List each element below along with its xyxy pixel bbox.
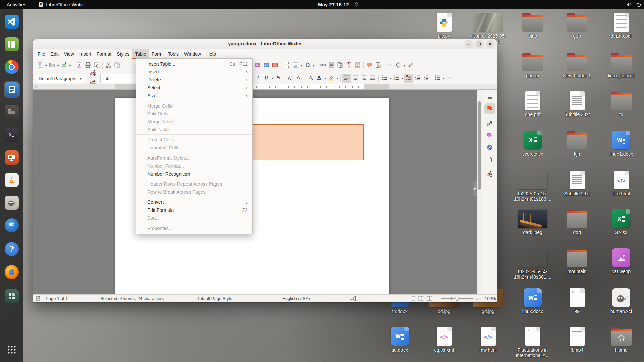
desktop-icon-sq-docx[interactable]: Wsq.docx: [380, 326, 420, 353]
desktop-icon-gub[interactable]: gub: [557, 12, 597, 39]
insert-footnote-button[interactable]: [327, 61, 336, 70]
menu-item-number-recognition[interactable]: Number Recognition: [136, 170, 252, 178]
insert-field-dropdown[interactable]: ▾: [300, 64, 303, 67]
align-right-button[interactable]: [360, 74, 368, 83]
sidebar-tab-style-inspector[interactable]: A: [484, 170, 495, 180]
desktop-icon-subtitle-3-txt[interactable]: Subtitle 3.txt: [557, 90, 597, 117]
basic-shapes-button[interactable]: [394, 61, 403, 70]
menubar-item-edit[interactable]: Edit: [48, 49, 61, 59]
desktop-icon-fluctuations-in[interactable]: Fluctuations inInternational A...: [513, 326, 553, 358]
close-button[interactable]: [486, 40, 494, 48]
dock-item-chrome[interactable]: [4, 59, 20, 75]
menubar-item-window[interactable]: Window: [181, 49, 204, 59]
scrollbar-thumb[interactable]: [478, 101, 481, 190]
sidebar-tab-styles[interactable]: A: [484, 119, 495, 129]
track-changes-button[interactable]: [374, 61, 382, 70]
open-button[interactable]: [48, 61, 56, 70]
desktop-icon-score-xlsx[interactable]: Xscore.xlsx: [513, 130, 553, 157]
sidebar-tab-navigator[interactable]: [484, 143, 495, 154]
desktop-icon-new-folder-1[interactable]: New Folder 1: [557, 52, 597, 78]
menu-item-insert-table[interactable]: Insert Table...Ctrl+F12: [136, 60, 252, 68]
menu-item-select[interactable]: Select›: [136, 84, 252, 92]
paragraph-style-combo[interactable]: Default Paragraph Styl: [36, 74, 76, 83]
selection-mode-icon[interactable]: [350, 296, 358, 302]
desktop-icon-tu2025-05-14[interactable]: tu2025-05-14-16h24m40s301....: [513, 248, 553, 280]
highlight-color-button[interactable]: [327, 74, 336, 83]
dock-item-thunderbird[interactable]: [4, 217, 20, 233]
horizontal-ruler[interactable]: L: [33, 84, 497, 90]
desktop-icon-subtitle-2-txt[interactable]: Subtitle 2.txt: [557, 170, 597, 196]
page-style-status-icon[interactable]: [36, 296, 41, 302]
dock-item-terminal[interactable]: [4, 127, 20, 143]
clear-formatting-button[interactable]: A: [306, 74, 315, 83]
dock-item-show-applications[interactable]: [4, 342, 20, 358]
menu-item-autoformat-styles[interactable]: AutoFormat Styles...: [136, 154, 252, 162]
export-pdf-button[interactable]: A: [75, 61, 84, 70]
underline-button[interactable]: U: [262, 74, 271, 83]
menu-item-protect-cells[interactable]: Protect Cells: [136, 136, 252, 144]
cross-reference-button[interactable]: [353, 61, 362, 70]
open-dropdown[interactable]: ▾: [56, 64, 60, 67]
insert-chart-button[interactable]: [262, 61, 271, 70]
menubar-item-help[interactable]: Help: [204, 49, 219, 59]
language-status[interactable]: English (USA): [282, 296, 310, 301]
desktop-icon-dark-jpeg[interactable]: dark.jpeg: [513, 208, 553, 235]
save-dropdown[interactable]: ▾: [68, 64, 72, 67]
dock-item-vscode[interactable]: [4, 14, 20, 30]
menu-item-merge-table[interactable]: Merge Table: [136, 118, 252, 126]
minimize-button[interactable]: [464, 40, 473, 48]
font-color-button[interactable]: A: [315, 74, 324, 83]
dock-item-files[interactable]: [4, 104, 20, 120]
bullet-list-button[interactable]: [380, 74, 389, 83]
zoom-slider-knob[interactable]: [455, 297, 459, 301]
decrease-indent-button[interactable]: [422, 74, 430, 83]
underline-dropdown[interactable]: ▾: [271, 77, 274, 80]
dock-item-libreoffice-calc[interactable]: [4, 36, 20, 52]
menubar-item-insert[interactable]: Insert: [77, 49, 94, 59]
menubar-item-file[interactable]: File: [35, 49, 48, 59]
insert-image-button[interactable]: [253, 61, 262, 70]
system-status-menu[interactable]: [626, 2, 641, 7]
horizontal-line-button[interactable]: [385, 61, 394, 70]
menubar-item-view[interactable]: View: [61, 49, 77, 59]
menu-item-delete[interactable]: Delete›: [136, 76, 252, 84]
menu-item-row-to-break-across-pages[interactable]: Row to Break Across Pages: [136, 188, 252, 196]
basic-shapes-dropdown[interactable]: ▾: [403, 64, 406, 67]
menu-item-sort[interactable]: Sort...: [136, 214, 252, 222]
hyperlink-button[interactable]: [318, 61, 327, 70]
title-bar[interactable]: yaoqiu.docx - LibreOffice Writer: [33, 39, 497, 49]
menu-item-convert[interactable]: Convert›: [136, 198, 252, 206]
view-layout-buttons[interactable]: [412, 296, 432, 302]
zoom-in-button[interactable]: +: [476, 296, 479, 302]
desktop-icon-like-html[interactable]: </>like.html: [601, 170, 641, 196]
maximize-button[interactable]: [475, 40, 484, 48]
save-button[interactable]: [60, 61, 68, 70]
update-style-button[interactable]: A: [89, 69, 97, 78]
desktop-icon-human-xcf[interactable]: human.xcf: [601, 288, 641, 314]
desktop-icon-one-pdf[interactable]: one.pdf: [513, 90, 553, 117]
bullet-list-dropdown[interactable]: ▾: [389, 77, 392, 80]
document-area[interactable]: AA: [33, 90, 497, 294]
justify-button[interactable]: [368, 74, 377, 83]
focused-app-indicator[interactable]: LibreOffice Writer: [39, 2, 85, 7]
increase-indent-button[interactable]: [413, 74, 422, 83]
menubar-item-form[interactable]: Form: [149, 49, 165, 59]
dock-item-libreoffice-impress[interactable]: [4, 149, 20, 166]
special-character-dropdown[interactable]: ▾: [312, 64, 315, 67]
sidebar-collapse-handle[interactable]: [473, 181, 477, 196]
new-document-button[interactable]: [36, 61, 44, 70]
highlight-color-dropdown[interactable]: ▾: [336, 77, 339, 80]
desktop-icon-cat-webp[interactable]: cat.webp: [601, 248, 641, 274]
page-count-status[interactable]: Page 1 of 1: [46, 296, 68, 301]
sidebar-tab-sidebar-settings[interactable]: [484, 93, 495, 103]
special-character-button[interactable]: Ω: [303, 61, 312, 70]
align-left-button[interactable]: [342, 74, 351, 83]
font-color-dropdown[interactable]: ▾: [324, 77, 327, 80]
desktop-icon-home[interactable]: Home: [601, 326, 641, 353]
page-style-status[interactable]: Default Page Style: [196, 296, 232, 301]
menu-item-size[interactable]: Size›: [136, 92, 252, 100]
desktop-icon-mountain[interactable]: mountain: [557, 248, 597, 274]
page-break-button[interactable]: [282, 61, 291, 70]
superscript-button[interactable]: AB: [286, 74, 294, 83]
numbered-list-button[interactable]: IIIIII: [392, 74, 401, 83]
